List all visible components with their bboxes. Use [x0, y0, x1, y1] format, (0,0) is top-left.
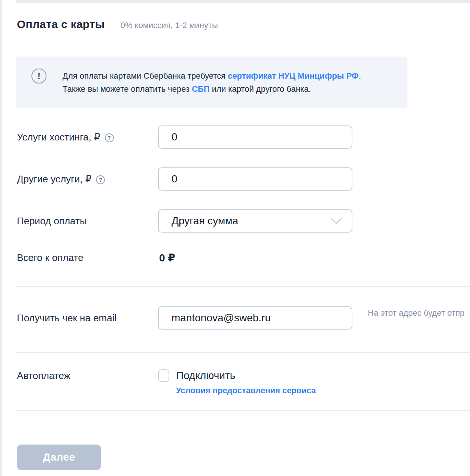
total-value: 0 ₽ [159, 252, 175, 264]
banner-text: Для оплаты картами Сбербанка требуется с… [63, 69, 361, 95]
help-icon[interactable]: ? [96, 175, 105, 184]
card-payment-panel: Оплата с карты 0% комиссия, 1-2 минуты !… [0, 0, 470, 470]
banner-line2-text: Также вы можете оплатить через [63, 84, 192, 94]
period-select[interactable]: Другая сумма [158, 209, 352, 233]
payment-period-label: Период оплаты [17, 215, 87, 227]
period-select-value: Другая сумма [172, 215, 238, 227]
banner-line1-tail: . [359, 71, 361, 81]
autopay-label-cell: Автоплатеж [17, 369, 158, 382]
next-button[interactable]: Далее [17, 445, 101, 470]
divider [15, 410, 470, 411]
chevron-down-icon [331, 218, 342, 224]
page-subtitle: 0% комиссия, 1-2 минуты [121, 21, 218, 30]
sbp-link[interactable]: СБП [192, 84, 210, 94]
autopay-toggle-label: Подключить [176, 370, 235, 382]
info-banner: ! Для оплаты картами Сбербанка требуется… [16, 57, 407, 108]
email-receipt-row: Получить чек на email На этот адрес буде… [17, 306, 470, 330]
email-input[interactable] [158, 306, 352, 330]
other-services-input[interactable] [158, 167, 352, 191]
hosting-services-row: Услуги хостинга, ₽ ? [17, 125, 470, 149]
other-services-label-cell: Другие услуги, ₽ ? [17, 173, 158, 185]
email-hint: На этот адрес будет отпр [368, 307, 464, 319]
certificate-link[interactable]: сертификат НУЦ Минцифры РФ [228, 71, 359, 81]
autopay-label: Автоплатеж [17, 370, 70, 382]
terms-of-service-link[interactable]: Условия предоставления сервиса [176, 386, 316, 395]
other-services-row: Другие услуги, ₽ ? [17, 167, 470, 191]
payment-period-row: Период оплаты Другая сумма [17, 209, 470, 233]
page-background-strip-top [16, 0, 470, 3]
email-label: Получить чек на email [17, 312, 116, 324]
hosting-services-input[interactable] [158, 125, 352, 149]
total-row: Всего к оплате 0 ₽ [17, 251, 470, 265]
divider [15, 352, 470, 353]
autopay-check-line: Подключить [158, 369, 316, 382]
page-background-strip-left [0, 0, 2, 476]
email-label-cell: Получить чек на email [17, 312, 158, 324]
autopay-row: Автоплатеж Подключить Условия предоставл… [17, 369, 470, 395]
hosting-services-label-cell: Услуги хостинга, ₽ ? [17, 131, 158, 143]
banner-line2-tail: или картой другого банка. [210, 84, 311, 94]
autopay-checkbox[interactable] [158, 369, 169, 382]
help-icon[interactable]: ? [105, 133, 114, 142]
other-services-label: Другие услуги, ₽ [17, 173, 91, 185]
page-title: Оплата с карты [17, 18, 105, 31]
autopay-control: Подключить Условия предоставления сервис… [158, 369, 316, 395]
total-label-cell: Всего к оплате [17, 252, 158, 264]
divider [15, 286, 470, 287]
hosting-services-label: Услуги хостинга, ₽ [17, 131, 100, 143]
alert-icon-glyph: ! [37, 71, 40, 81]
banner-line1-text: Для оплаты картами Сбербанка требуется [63, 71, 228, 81]
payment-period-label-cell: Период оплаты [17, 215, 158, 227]
alert-exclamation-icon: ! [31, 69, 46, 84]
total-label: Всего к оплате [17, 252, 84, 264]
section-header: Оплата с карты 0% комиссия, 1-2 минуты [17, 18, 470, 31]
